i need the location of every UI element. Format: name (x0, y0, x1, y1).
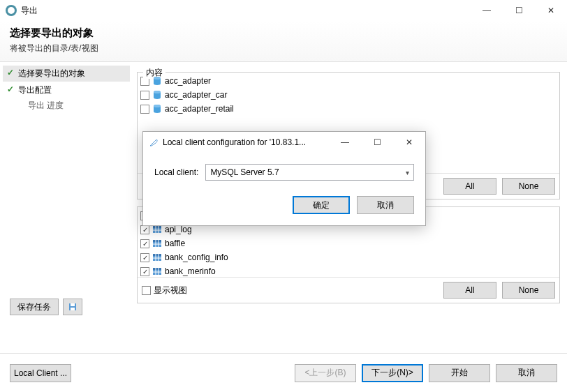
item-label: bank_merinfo (165, 266, 216, 276)
select-none-button[interactable]: None (502, 178, 555, 195)
dialog-maximize-button[interactable]: ☐ (361, 132, 393, 153)
select-all-button[interactable]: All (443, 282, 496, 299)
database-icon (152, 76, 162, 86)
svg-rect-12 (153, 226, 161, 228)
step-label: 导出配置 (18, 85, 52, 95)
dialog-footer: 确定 取消 (143, 186, 425, 225)
list-item[interactable]: acc_adapter_retail (139, 102, 558, 116)
dialog-title: Local client configuration for '10.83.1.… (163, 137, 306, 147)
table-icon (152, 225, 162, 234)
cancel-button[interactable]: 取消 (496, 364, 557, 382)
checkbox[interactable] (140, 225, 149, 234)
dialog-titlebar: Local client configuration for '10.83.1.… (143, 132, 425, 153)
local-client-select[interactable]: MySQL Server 5.7 ▾ (205, 164, 414, 181)
ok-button[interactable]: 确定 (293, 196, 350, 214)
item-label: api_log (165, 225, 192, 234)
save-icon (68, 302, 78, 312)
list-item[interactable]: baffle (139, 236, 558, 250)
page-title: 选择要导出的对象 (10, 27, 557, 40)
list-item[interactable]: bank_merinfo (139, 264, 558, 277)
window-minimize-button[interactable]: — (471, 0, 503, 21)
local-client-button[interactable]: Local Client ... (10, 364, 71, 382)
item-label: acc_adapter_retail (165, 104, 234, 114)
show-views-option[interactable]: 显示视图 (142, 285, 187, 296)
page-subtitle: 将被导出的目录/表/视图 (10, 43, 557, 54)
wizard-header: 选择要导出的对象 将被导出的目录/表/视图 (0, 21, 567, 62)
window-close-button[interactable]: ✕ (535, 0, 567, 21)
database-icon (152, 104, 162, 114)
svg-rect-33 (71, 308, 75, 310)
back-button: <上一步(B) (295, 364, 356, 382)
window-title: 导出 (21, 5, 38, 17)
next-button[interactable]: 下一步(N)> (362, 364, 423, 382)
svg-point-5 (154, 105, 161, 107)
checkbox[interactable] (140, 253, 149, 262)
chevron-down-icon: ▾ (406, 169, 409, 176)
dialog-close-button[interactable]: ✕ (393, 132, 425, 153)
feather-icon (149, 137, 159, 147)
step-progress: 导出 进度 (0, 100, 133, 112)
step-label: 选择要导出的对象 (18, 68, 85, 78)
local-client-label: Local client: (154, 167, 198, 177)
wizard-footer: Local Client ... <上一步(B) 下一步(N)> 开始 取消 (0, 353, 567, 392)
svg-rect-17 (153, 240, 161, 242)
dialog-body: Local client: MySQL Server 5.7 ▾ (143, 153, 425, 186)
select-none-button[interactable]: None (502, 282, 555, 299)
item-label: baffle (165, 239, 185, 248)
item-label: acc_adapter_car (165, 90, 227, 100)
svg-point-3 (154, 91, 161, 93)
checkbox[interactable] (142, 286, 151, 295)
list-item[interactable]: acc_adapter (139, 74, 558, 88)
item-label: acc_adapter (165, 76, 211, 86)
save-task-button[interactable]: 保存任务 (10, 299, 59, 315)
start-button[interactable]: 开始 (429, 364, 490, 382)
save-task-area: 保存任务 (10, 299, 82, 315)
svg-rect-22 (153, 254, 161, 256)
checkbox[interactable] (140, 267, 149, 276)
dialog-minimize-button[interactable]: — (329, 132, 361, 153)
list-item[interactable]: bank_config_info (139, 250, 558, 264)
local-client-dialog: Local client configuration for '10.83.1.… (142, 131, 426, 226)
svg-point-1 (154, 77, 161, 80)
app-icon (6, 5, 17, 16)
list-item[interactable]: acc_adapter_car (139, 88, 558, 102)
tables-footer: 显示视图 All None (138, 277, 559, 303)
window-maximize-button[interactable]: ☐ (503, 0, 535, 21)
show-views-label: 显示视图 (154, 285, 187, 296)
save-task-menu-button[interactable] (63, 299, 82, 315)
checkbox[interactable] (140, 105, 149, 114)
table-icon (152, 239, 162, 248)
select-value: MySQL Server 5.7 (210, 167, 279, 177)
window-titlebar: 导出 — ☐ ✕ (0, 0, 567, 21)
step-select-objects[interactable]: 选择要导出的对象 (3, 66, 130, 82)
table-icon (152, 266, 162, 276)
svg-rect-27 (153, 268, 161, 270)
database-icon (152, 90, 162, 100)
checkbox[interactable] (140, 91, 149, 100)
select-all-button[interactable]: All (443, 178, 496, 195)
item-label: bank_config_info (165, 252, 228, 262)
svg-rect-32 (71, 303, 75, 306)
checkbox[interactable] (140, 239, 149, 248)
cancel-button[interactable]: 取消 (357, 196, 414, 214)
step-export-config[interactable]: 导出配置 (3, 82, 130, 98)
table-icon (152, 252, 162, 262)
